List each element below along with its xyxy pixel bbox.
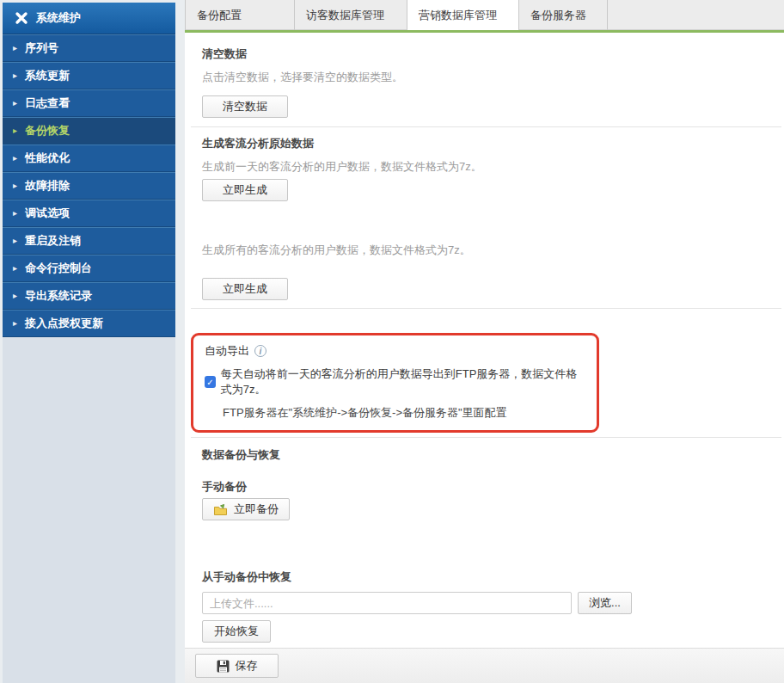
generate-all-desc: 生成所有的客流分析的用户数据，数据文件格式为7z。	[202, 243, 784, 256]
sidebar-item-label: 导出系统记录	[25, 288, 92, 304]
chevron-right-icon: ▸	[13, 126, 17, 135]
sidebar-item-ap-license-update[interactable]: ▸ 接入点授权更新	[3, 310, 175, 337]
tab-label: 备份服务器	[530, 8, 586, 23]
tab-visitor-db-management[interactable]: 访客数据库管理	[295, 0, 407, 30]
sidebar-item-label: 接入点授权更新	[25, 316, 103, 331]
sidebar-item-label: 备份恢复	[25, 123, 70, 138]
clear-data-section: 清空数据 点击清空数据，选择要清空的数据类型。 清空数据	[185, 33, 784, 126]
chevron-right-icon: ▸	[13, 154, 17, 163]
backup-restore-title: 数据备份与恢复	[202, 448, 784, 462]
screen: 系统维护 ▸ 序列号 ▸ 系统更新 ▸ 日志查看 ▸ 备份恢复 ▸ 性能优化 ▸…	[0, 0, 784, 683]
manual-backup-title: 手动备份	[202, 480, 784, 494]
info-icon[interactable]	[254, 345, 266, 357]
upload-file-input[interactable]	[202, 592, 572, 614]
sidebar-item-cli-console[interactable]: ▸ 命令行控制台	[3, 255, 175, 282]
sidebar-item-label: 系统更新	[25, 68, 70, 83]
start-restore-button[interactable]: 开始恢复	[202, 620, 271, 643]
save-label: 保存	[236, 658, 258, 674]
generate-all-button[interactable]: 立即生成	[202, 278, 288, 300]
chevron-right-icon: ▸	[13, 237, 17, 245]
sidebar-item-log-view[interactable]: ▸ 日志查看	[3, 89, 175, 117]
sidebar-item-label: 故障排除	[25, 178, 70, 194]
restore-title: 从手动备份中恢复	[202, 570, 784, 584]
sidebar-item-system-update[interactable]: ▸ 系统更新	[3, 62, 175, 89]
sidebar-item-label: 性能优化	[25, 151, 70, 166]
main-panel: 备份配置 访客数据库管理 营销数据库管理 备份服务器 清空数据 点击清空数据，选…	[185, 0, 784, 683]
backup-now-button[interactable]: 立即备份	[202, 498, 290, 520]
save-button[interactable]: 保存	[195, 654, 279, 678]
tab-marketing-db-management[interactable]: 营销数据库管理	[407, 0, 519, 30]
browse-button[interactable]: 浏览...	[578, 592, 632, 614]
sidebar-header[interactable]: 系统维护	[3, 3, 175, 34]
auto-export-checkbox-label: 每天自动将前一天的客流分析的用户数据导出到FTP服务器，数据文件格式为7z。	[221, 366, 588, 397]
clear-data-button[interactable]: 清空数据	[202, 95, 288, 118]
sidebar-item-label: 日志查看	[25, 95, 70, 111]
tab-backup-server[interactable]: 备份服务器	[519, 0, 608, 30]
sidebar-item-label: 命令行控制台	[25, 261, 92, 276]
sidebar-item-troubleshooting[interactable]: ▸ 故障排除	[3, 172, 175, 200]
chevron-right-icon: ▸	[13, 209, 17, 218]
chevron-right-icon: ▸	[13, 44, 17, 52]
tab-backup-config[interactable]: 备份配置	[185, 0, 295, 30]
sidebar-item-restart-logout[interactable]: ▸ 重启及注销	[3, 227, 175, 255]
sidebar-item-export-system-records[interactable]: ▸ 导出系统记录	[3, 282, 175, 310]
backup-now-label: 立即备份	[234, 501, 279, 517]
auto-export-checkbox[interactable]	[205, 376, 216, 388]
chevron-right-icon: ▸	[13, 99, 17, 108]
clear-data-title: 清空数据	[202, 47, 784, 61]
chevron-right-icon: ▸	[13, 292, 17, 300]
tab-label: 访客数据库管理	[306, 8, 384, 23]
auto-export-annotation-box: 自动导出 每天自动将前一天的客流分析的用户数据导出到FTP服务器，数据文件格式为…	[191, 333, 599, 433]
section-divider	[191, 308, 781, 309]
generate-yesterday-desc: 生成前一天的客流分析的用户数据，数据文件格式为7z。	[202, 160, 784, 173]
backup-restore-section: 数据备份与恢复 手动备份 立即备份 从手动备份中恢复 浏览...	[185, 438, 784, 643]
folder-export-icon	[213, 503, 228, 516]
footer-bar: 保存	[185, 648, 784, 683]
sidebar-item-serial-number[interactable]: ▸ 序列号	[3, 34, 175, 62]
auto-export-note: FTP服务器在"系统维护->备份恢复->备份服务器"里面配置	[223, 405, 588, 421]
content-panel: 清空数据 点击清空数据，选择要清空的数据类型。 清空数据 生成客流分析原始数据 …	[185, 33, 784, 683]
chevron-right-icon: ▸	[13, 319, 17, 328]
generate-data-section: 生成客流分析原始数据 生成前一天的客流分析的用户数据，数据文件格式为7z。 立即…	[185, 127, 784, 308]
chevron-right-icon: ▸	[13, 71, 17, 80]
save-disk-icon	[217, 660, 230, 673]
clear-data-desc: 点击清空数据，选择要清空的数据类型。	[202, 71, 784, 83]
chevron-right-icon: ▸	[13, 264, 17, 273]
tab-bar: 备份配置 访客数据库管理 营销数据库管理 备份服务器	[185, 0, 784, 30]
sidebar-item-performance[interactable]: ▸ 性能优化	[3, 145, 175, 172]
chevron-right-icon: ▸	[13, 182, 17, 190]
sidebar-title: 系统维护	[36, 10, 81, 26]
tab-label: 营销数据库管理	[419, 8, 497, 23]
sidebar-item-label: 序列号	[25, 40, 58, 56]
generate-data-title: 生成客流分析原始数据	[202, 137, 784, 151]
tools-icon	[15, 11, 28, 25]
auto-export-title: 自动导出	[205, 343, 249, 359]
upload-row: 浏览...	[202, 592, 784, 614]
generate-yesterday-button[interactable]: 立即生成	[202, 179, 288, 201]
sidebar-item-debug-options[interactable]: ▸ 调试选项	[3, 200, 175, 227]
sidebar-item-label: 重启及注销	[25, 233, 81, 249]
sidebar-item-label: 调试选项	[25, 206, 70, 221]
sidebar-item-backup-restore[interactable]: ▸ 备份恢复	[3, 117, 175, 145]
sidebar: 系统维护 ▸ 序列号 ▸ 系统更新 ▸ 日志查看 ▸ 备份恢复 ▸ 性能优化 ▸…	[3, 3, 175, 683]
tab-label: 备份配置	[197, 8, 242, 23]
